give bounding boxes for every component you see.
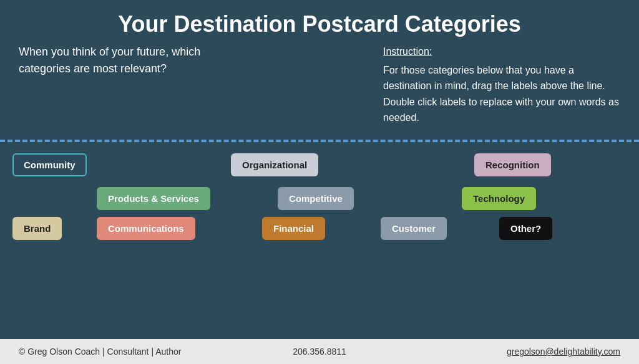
footer-email[interactable]: gregolson@delightability.com: [420, 347, 620, 357]
category-organizational[interactable]: Organizational: [231, 153, 318, 176]
instruction-block: Instruction: For those categories below …: [383, 44, 620, 126]
category-recognition[interactable]: Recognition: [474, 153, 551, 176]
footer: © Greg Olson Coach | Consultant | Author…: [0, 339, 639, 364]
category-communications[interactable]: Communications: [97, 217, 195, 240]
category-competitive[interactable]: Competitive: [278, 187, 354, 210]
footer-phone: 206.356.8811: [219, 347, 419, 357]
footer-copyright: © Greg Olson Coach | Consultant | Author: [19, 347, 219, 357]
category-brand[interactable]: Brand: [12, 217, 62, 240]
top-section: When you think of your future, which cat…: [0, 44, 639, 126]
instruction-title: Instruction:: [383, 44, 620, 60]
left-description: When you think of your future, which cat…: [19, 44, 231, 126]
footer-email-link[interactable]: gregolson@delightability.com: [507, 347, 620, 357]
category-financial[interactable]: Financial: [262, 217, 325, 240]
page-title: Your Destination Postcard Categories: [0, 0, 639, 44]
category-other[interactable]: Other?: [499, 217, 552, 240]
instruction-body: For those categories below that you have…: [383, 62, 620, 126]
category-community[interactable]: Community: [12, 153, 87, 176]
category-customer[interactable]: Customer: [381, 217, 447, 240]
category-technology[interactable]: Technology: [462, 187, 536, 210]
categories-area: Community Organizational Recognition Pro…: [0, 142, 639, 273]
category-products[interactable]: Products & Services: [97, 187, 210, 210]
